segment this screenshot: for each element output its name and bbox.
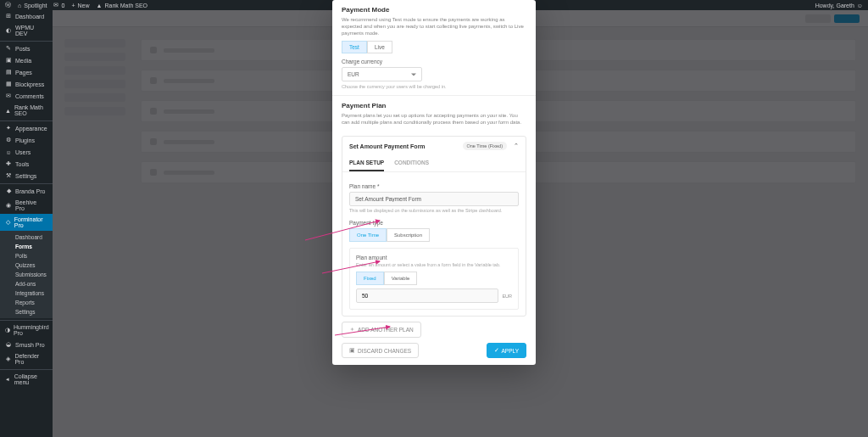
paytype-subscription[interactable]: Subscription xyxy=(387,228,430,242)
sidebar-item-collapse-menu[interactable]: ◂Collapse menu xyxy=(0,369,53,388)
menu-icon: ◒ xyxy=(5,341,12,348)
menu-label: Blockpress xyxy=(15,81,44,87)
menu-icon: ⊞ xyxy=(5,13,12,20)
currency-help: Choose the currency your users will be c… xyxy=(342,84,526,89)
menu-label: Forminator Pro xyxy=(14,216,47,228)
menu-icon: ◉ xyxy=(5,202,12,209)
submenu-integrations[interactable]: Integrations xyxy=(0,289,53,298)
payment-mode-section: Payment Mode We recommend using Test mod… xyxy=(332,0,536,96)
menu-icon: ◐ xyxy=(5,27,12,34)
menu-label: Posts xyxy=(15,46,31,52)
tab-plan-setup[interactable]: PLAN SETUP xyxy=(349,155,384,171)
plan-card: Set Amount Payment Form One Time (Fixed)… xyxy=(342,136,526,317)
plan-type-badge: One Time (Fixed) xyxy=(463,142,507,150)
wp-logo[interactable]: ⓦ xyxy=(5,1,11,9)
plan-subtabs: PLAN SETUP CONDITIONS xyxy=(342,155,526,172)
plan-amount-label: Plan amount xyxy=(356,255,512,261)
menu-icon: ✦ xyxy=(5,125,12,132)
menu-label: Branda Pro xyxy=(15,188,45,194)
sidebar-item-tools[interactable]: ✚Tools xyxy=(0,158,53,170)
payment-type-toggle: One Time Subscription xyxy=(349,228,519,242)
payment-plan-section: Payment Plan Payment plans let you set u… xyxy=(332,96,536,132)
menu-label: Defender Pro xyxy=(14,353,47,365)
menu-label: Media xyxy=(15,58,31,64)
menu-label: Plugins xyxy=(15,137,35,143)
sidebar-item-settings[interactable]: ⚒Settings xyxy=(0,170,53,182)
amount-fixed[interactable]: Fixed xyxy=(356,272,384,285)
sidebar-item-comments[interactable]: ✉Comments xyxy=(0,90,53,102)
submenu-settings[interactable]: Settings xyxy=(0,307,53,317)
amount-variable[interactable]: Variable xyxy=(384,272,418,285)
menu-icon: ✎ xyxy=(5,45,12,52)
amount-input[interactable] xyxy=(356,289,498,303)
discard-button[interactable]: ▣ DISCARD CHANGES xyxy=(342,343,419,358)
sidebar-item-forminator-pro[interactable]: ◇Forminator Pro xyxy=(0,214,53,231)
plan-name-help: This will be displayed on the submission… xyxy=(349,208,519,213)
sidebar-item-defender-pro[interactable]: ◈Defender Pro xyxy=(0,350,53,367)
sidebar-item-pages[interactable]: ▤Pages xyxy=(0,66,53,78)
currency-select[interactable]: EUR xyxy=(342,67,422,81)
submenu-submissions[interactable]: Submissions xyxy=(0,270,53,279)
payment-plan-desc: Payment plans let you set up options for… xyxy=(342,112,526,126)
site-name[interactable]: ⌂ Spotlight xyxy=(18,3,47,8)
menu-label: Beehive Pro xyxy=(15,199,47,211)
submenu-add-ons[interactable]: Add-ons xyxy=(0,279,53,289)
menu-icon: ◑ xyxy=(5,327,10,333)
sidebar-item-branda-pro[interactable]: ◆Branda Pro xyxy=(0,183,53,197)
sidebar-item-users[interactable]: ☺Users xyxy=(0,146,53,158)
amount-currency: EUR xyxy=(502,294,512,299)
menu-icon: ◇ xyxy=(5,219,11,226)
tab-conditions[interactable]: CONDITIONS xyxy=(394,155,429,171)
payment-plan-title: Payment Plan xyxy=(342,102,526,109)
sidebar-item-appearance[interactable]: ✦Appearance xyxy=(0,120,53,134)
sidebar-item-wpmu-dev[interactable]: ◐WPMU DEV xyxy=(0,22,53,39)
sidebar-item-dashboard[interactable]: ⊞Dashboard xyxy=(0,10,53,22)
menu-icon: ☺ xyxy=(5,148,12,155)
chevron-up-icon: ⌃ xyxy=(514,143,519,149)
submenu-dashboard[interactable]: Dashboard xyxy=(0,233,53,242)
currency-label: Charge currency xyxy=(342,59,526,64)
plan-amount-help: Enter an amount or select a value from a… xyxy=(356,262,512,267)
submenu-reports[interactable]: Reports xyxy=(0,298,53,307)
sidebar-item-smush-pro[interactable]: ◒Smush Pro xyxy=(0,339,53,350)
plan-card-header[interactable]: Set Amount Payment Form One Time (Fixed)… xyxy=(342,137,526,155)
menu-label: Comments xyxy=(15,93,44,99)
payment-mode-tabs: Test Live xyxy=(342,41,526,53)
menu-label: Collapse menu xyxy=(14,373,47,385)
submenu-polls[interactable]: Polls xyxy=(0,251,53,261)
mode-tab-test[interactable]: Test xyxy=(342,41,367,53)
sidebar-item-plugins[interactable]: ⚙Plugins xyxy=(0,134,53,146)
apply-button[interactable]: ✓ APPLY xyxy=(487,343,526,358)
menu-icon: ▣ xyxy=(5,57,12,64)
sidebar-item-posts[interactable]: ✎Posts xyxy=(0,41,53,54)
menu-label: Tools xyxy=(15,161,29,167)
submenu-forms[interactable]: Forms xyxy=(0,242,53,251)
mode-tab-live[interactable]: Live xyxy=(367,41,392,53)
sidebar-item-media[interactable]: ▣Media xyxy=(0,54,53,66)
menu-label: Hummingbird Pro xyxy=(14,324,49,336)
submenu-quizzes[interactable]: Quizzes xyxy=(0,261,53,270)
rankmath-item[interactable]: ▲ Rank Math SEO xyxy=(97,3,148,8)
sidebar-item-blockpress[interactable]: ▦Blockpress xyxy=(0,78,53,90)
menu-icon: ✉ xyxy=(5,92,12,99)
menu-label: Pages xyxy=(15,70,32,76)
sidebar-item-hummingbird-pro[interactable]: ◑Hummingbird Pro xyxy=(0,320,53,339)
plan-card-title: Set Amount Payment Form xyxy=(349,143,426,149)
sidebar-item-beehive-pro[interactable]: ◉Beehive Pro xyxy=(0,197,53,214)
menu-icon: ▦ xyxy=(5,81,12,87)
admin-sidebar: ⊞Dashboard◐WPMU DEV✎Posts▣Media▤Pages▦Bl… xyxy=(0,10,53,437)
plan-name-label: Plan name * xyxy=(349,183,519,189)
paytype-onetime[interactable]: One Time xyxy=(349,228,387,242)
new-content[interactable]: + New xyxy=(71,3,89,8)
menu-label: Dashboard xyxy=(15,14,44,20)
menu-icon: ⚒ xyxy=(5,172,12,179)
howdy-user[interactable]: Howdy, Gareth ☺ xyxy=(815,3,863,8)
amount-type-toggle: Fixed Variable xyxy=(356,272,512,285)
menu-icon: ▲ xyxy=(5,107,11,114)
plan-name-input[interactable] xyxy=(349,192,519,206)
sidebar-item-rank-math-seo[interactable]: ▲Rank Math SEO xyxy=(0,102,53,119)
comments-count[interactable]: ✉ 0 xyxy=(53,2,64,8)
add-plan-button[interactable]: ＋ ADD ANOTHER PLAN xyxy=(342,322,421,338)
menu-icon: ⚙ xyxy=(5,137,12,143)
payment-mode-desc: We recommend using Test mode to ensure t… xyxy=(342,16,526,36)
